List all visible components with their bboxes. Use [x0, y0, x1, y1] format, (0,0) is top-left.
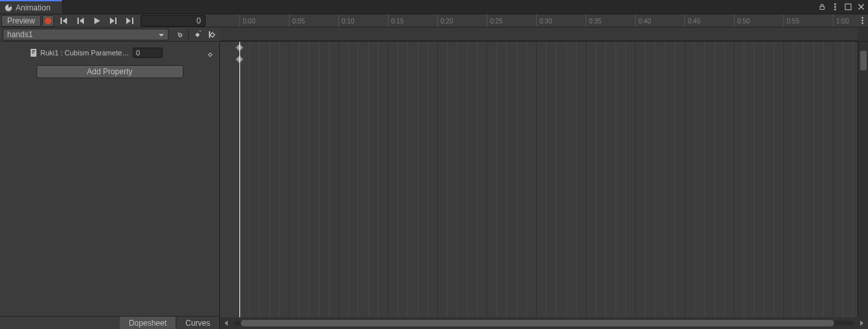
ruler-tick: 0:05: [289, 14, 305, 27]
current-frame-input[interactable]: [141, 15, 206, 27]
keyframe-indicator-icon[interactable]: [208, 50, 213, 55]
horizontal-scrollbar-track[interactable]: [234, 321, 854, 325]
svg-marker-7: [62, 18, 67, 24]
kebab-icon[interactable]: [829, 1, 841, 13]
svg-rect-26: [32, 51, 35, 52]
clip-dropdown[interactable]: hands1: [3, 29, 169, 40]
svg-point-19: [178, 33, 179, 34]
svg-marker-11: [110, 18, 115, 24]
svg-rect-6: [61, 18, 62, 24]
svg-marker-9: [79, 18, 84, 24]
tab-animation[interactable]: Animation: [0, 0, 62, 14]
ruler-tick: 0:00: [239, 14, 255, 27]
preview-button[interactable]: Preview: [1, 15, 41, 27]
svg-rect-5: [845, 4, 851, 10]
svg-point-3: [834, 6, 835, 7]
ruler-tick: 0:10: [338, 14, 354, 27]
close-icon[interactable]: [855, 1, 867, 13]
maximize-icon[interactable]: [842, 1, 854, 13]
play-button[interactable]: [89, 15, 105, 27]
ruler-tick: 0:45: [685, 14, 700, 27]
ruler[interactable]: 0:000:050:100:150:200:250:300:350:400:45…: [220, 14, 856, 27]
lock-icon[interactable]: [816, 1, 828, 13]
record-button[interactable]: [42, 15, 54, 27]
pie-icon: [4, 3, 13, 12]
ruler-tick: 0:30: [536, 14, 552, 27]
vertical-scrollbar[interactable]: [860, 51, 867, 70]
timeline-options-icon[interactable]: [856, 15, 868, 27]
scroll-right-button[interactable]: [856, 319, 867, 328]
property-label: Ruki1 : Cubism Parameter.Valu: [40, 49, 130, 57]
ruler-tick: 0:15: [388, 14, 403, 27]
script-icon: [30, 49, 38, 57]
ruler-tick: 0:20: [437, 14, 453, 27]
ruler-tick: 0:35: [586, 14, 601, 27]
property-row[interactable]: Ruki1 : Cubism Parameter.Valu: [0, 47, 219, 59]
scroll-left-button[interactable]: [221, 319, 232, 328]
horizontal-scrollbar[interactable]: [241, 320, 834, 326]
event-track[interactable]: [220, 27, 858, 41]
svg-rect-18: [178, 33, 182, 37]
svg-marker-30: [860, 321, 863, 326]
svg-point-4: [834, 9, 835, 10]
dopesheet-tab[interactable]: Dopesheet: [120, 317, 176, 329]
svg-rect-27: [32, 53, 34, 53]
svg-rect-14: [132, 18, 133, 24]
svg-point-2: [834, 3, 835, 5]
svg-point-15: [861, 17, 863, 18]
svg-rect-25: [32, 50, 35, 51]
add-event-button[interactable]: [204, 29, 219, 40]
filter-by-selection-button[interactable]: [172, 29, 187, 40]
ruler-tick: 0:25: [487, 14, 502, 27]
svg-text:+: +: [199, 31, 201, 36]
last-frame-button[interactable]: [122, 15, 138, 27]
ruler-tick: 0:50: [734, 14, 750, 27]
svg-marker-29: [224, 321, 228, 326]
svg-rect-23: [210, 32, 215, 36]
svg-point-16: [861, 20, 863, 21]
ruler-tick: 0:40: [635, 14, 651, 27]
dope-track-area[interactable]: [220, 42, 868, 317]
add-property-button[interactable]: Add Property: [36, 65, 183, 78]
svg-marker-13: [126, 18, 131, 24]
svg-rect-1: [820, 7, 824, 10]
record-icon: [45, 18, 51, 24]
svg-marker-10: [94, 18, 100, 24]
ruler-tick: 1:00: [833, 14, 848, 27]
ruler-tick: 0:55: [783, 14, 799, 27]
svg-point-17: [861, 23, 863, 24]
curves-tab[interactable]: Curves: [176, 317, 219, 329]
tab-title: Animation: [16, 3, 50, 12]
svg-rect-28: [208, 53, 212, 57]
svg-rect-12: [115, 18, 116, 24]
prev-frame-button[interactable]: [73, 15, 89, 27]
property-value-input[interactable]: [133, 48, 163, 58]
first-frame-button[interactable]: [57, 15, 73, 27]
next-frame-button[interactable]: [105, 15, 122, 27]
svg-rect-8: [77, 18, 79, 24]
add-keyframe-button[interactable]: +: [190, 29, 204, 40]
